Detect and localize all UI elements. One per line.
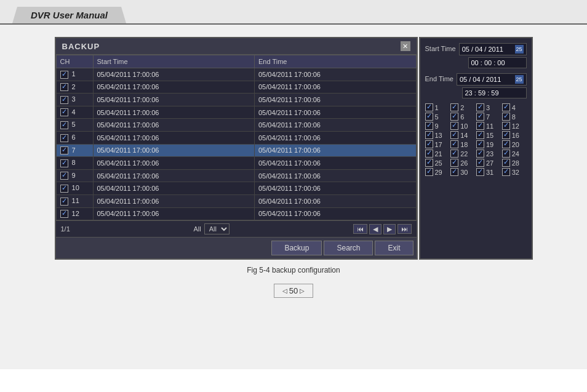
channel-item[interactable]: 31: [476, 168, 501, 176]
channel-item[interactable]: 14: [450, 131, 475, 139]
table-row[interactable]: 1105/04/2011 17:00:0605/04/2011 17:00:06: [56, 194, 416, 207]
channel-checkbox[interactable]: [476, 103, 484, 111]
row-checkbox[interactable]: [60, 198, 68, 206]
channel-item[interactable]: 19: [476, 140, 501, 148]
channel-item[interactable]: 7: [476, 113, 501, 121]
channel-checkbox[interactable]: [450, 122, 458, 130]
channel-item[interactable]: 24: [502, 150, 527, 158]
channel-checkbox[interactable]: [476, 122, 484, 130]
channel-checkbox[interactable]: [476, 140, 484, 148]
row-checkbox[interactable]: [60, 134, 68, 142]
channel-checkbox[interactable]: [502, 103, 510, 111]
channel-checkbox[interactable]: [502, 122, 510, 130]
channel-item[interactable]: 20: [502, 140, 527, 148]
table-row[interactable]: 305/04/2011 17:00:0605/04/2011 17:00:06: [56, 94, 416, 106]
channel-item[interactable]: 12: [502, 122, 527, 130]
channel-item[interactable]: 18: [450, 140, 475, 148]
channel-item[interactable]: 4: [502, 103, 527, 111]
channel-checkbox[interactable]: [450, 168, 458, 176]
channel-item[interactable]: 13: [425, 131, 450, 139]
row-checkbox[interactable]: [60, 146, 68, 154]
channel-checkbox[interactable]: [450, 140, 458, 148]
channel-item[interactable]: 1: [425, 103, 450, 111]
table-row[interactable]: 1005/04/2011 17:00:0605/04/2011 17:00:06: [56, 182, 416, 195]
channel-checkbox[interactable]: [476, 131, 484, 139]
backup-button[interactable]: Backup: [271, 241, 322, 255]
start-date-calendar-button[interactable]: 25: [515, 45, 524, 54]
channel-checkbox[interactable]: [425, 131, 433, 139]
row-checkbox[interactable]: [60, 172, 68, 180]
search-button[interactable]: Search: [324, 241, 373, 255]
channel-checkbox[interactable]: [450, 113, 458, 121]
row-checkbox[interactable]: [60, 71, 68, 79]
channel-checkbox[interactable]: [425, 113, 433, 121]
table-row[interactable]: 805/04/2011 17:00:0605/04/2011 17:00:06: [56, 157, 416, 170]
channel-item[interactable]: 26: [450, 159, 475, 167]
row-checkbox[interactable]: [60, 108, 68, 116]
channel-item[interactable]: 28: [502, 159, 527, 167]
channel-item[interactable]: 15: [476, 131, 501, 139]
channel-checkbox[interactable]: [425, 159, 433, 167]
channel-checkbox[interactable]: [476, 113, 484, 121]
channel-item[interactable]: 3: [476, 103, 501, 111]
channel-item[interactable]: 8: [502, 113, 527, 121]
channel-checkbox[interactable]: [450, 131, 458, 139]
channel-item[interactable]: 22: [450, 150, 475, 158]
table-row[interactable]: 205/04/2011 17:00:0605/04/2011 17:00:06: [56, 81, 416, 94]
channel-checkbox[interactable]: [502, 150, 510, 158]
row-checkbox[interactable]: [60, 159, 68, 167]
channel-item[interactable]: 2: [450, 103, 475, 111]
row-checkbox[interactable]: [60, 210, 68, 218]
channel-checkbox[interactable]: [425, 150, 433, 158]
channel-item[interactable]: 10: [450, 122, 475, 130]
channel-item[interactable]: 11: [476, 122, 501, 130]
filter-dropdown[interactable]: All: [204, 223, 230, 234]
end-time-label: End Time: [425, 75, 453, 82]
channel-item[interactable]: 21: [425, 150, 450, 158]
channel-checkbox[interactable]: [502, 113, 510, 121]
table-row[interactable]: 605/04/2011 17:00:0605/04/2011 17:00:06: [56, 131, 416, 144]
channel-checkbox[interactable]: [425, 140, 433, 148]
close-button[interactable]: ✕: [401, 41, 410, 51]
channel-checkbox[interactable]: [425, 168, 433, 176]
channel-checkbox[interactable]: [502, 140, 510, 148]
channel-item[interactable]: 23: [476, 150, 501, 158]
channel-checkbox[interactable]: [476, 159, 484, 167]
channel-checkbox[interactable]: [450, 150, 458, 158]
table-row[interactable]: 905/04/2011 17:00:0605/04/2011 17:00:06: [56, 169, 416, 182]
channel-checkbox[interactable]: [476, 150, 484, 158]
table-row[interactable]: 1205/04/2011 17:00:0605/04/2011 17:00:06: [56, 207, 416, 220]
channel-item[interactable]: 27: [476, 159, 501, 167]
channel-checkbox[interactable]: [450, 103, 458, 111]
end-date-calendar-button[interactable]: 25: [515, 75, 524, 84]
channel-checkbox[interactable]: [476, 168, 484, 176]
channel-item[interactable]: 29: [425, 168, 450, 176]
row-checkbox[interactable]: [60, 96, 68, 104]
table-row[interactable]: 705/04/2011 17:00:0605/04/2011 17:00:06: [56, 144, 416, 157]
channel-item[interactable]: 32: [502, 168, 527, 176]
channel-checkbox[interactable]: [502, 131, 510, 139]
channel-checkbox[interactable]: [502, 168, 510, 176]
channel-item[interactable]: 5: [425, 113, 450, 121]
channel-item[interactable]: 9: [425, 122, 450, 130]
nav-next[interactable]: ▶: [383, 224, 396, 234]
nav-prev[interactable]: ◀: [369, 224, 381, 234]
channel-item[interactable]: 30: [450, 168, 475, 176]
channel-item[interactable]: 25: [425, 159, 450, 167]
channel-checkbox[interactable]: [425, 103, 433, 111]
table-row[interactable]: 405/04/2011 17:00:0605/04/2011 17:00:06: [56, 106, 416, 119]
table-row[interactable]: 105/04/2011 17:00:0605/04/2011 17:00:06: [56, 68, 416, 81]
exit-button[interactable]: Exit: [375, 241, 413, 255]
channel-checkbox[interactable]: [425, 122, 433, 130]
channel-item[interactable]: 17: [425, 140, 450, 148]
row-checkbox[interactable]: [60, 83, 68, 91]
row-checkbox[interactable]: [60, 121, 68, 129]
nav-first[interactable]: ⏮: [353, 224, 367, 234]
channel-item[interactable]: 6: [450, 113, 475, 121]
channel-checkbox[interactable]: [502, 159, 510, 167]
table-row[interactable]: 505/04/2011 17:00:0605/04/2011 17:00:06: [56, 119, 416, 132]
channel-checkbox[interactable]: [450, 159, 458, 167]
nav-last[interactable]: ⏭: [397, 224, 412, 234]
channel-item[interactable]: 16: [502, 131, 527, 139]
row-checkbox[interactable]: [60, 185, 68, 193]
